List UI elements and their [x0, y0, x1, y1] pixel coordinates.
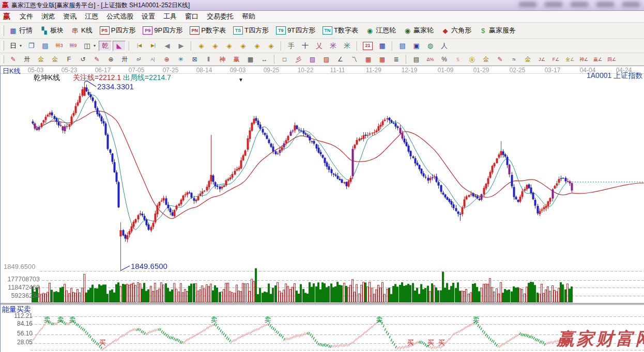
kline-button[interactable]: 串K线 — [69, 25, 95, 36]
angle-shen-button[interactable]: 神∠ — [577, 54, 590, 65]
menu-item-formula-stock-pick[interactable]: 公式选股 — [102, 11, 137, 22]
percent-button[interactable]: % — [438, 54, 451, 65]
gold-level-button[interactable]: 金 — [480, 54, 493, 65]
bars-9-button[interactable]: 卌9 — [67, 41, 80, 51]
angle-gold-button[interactable]: 金∠ — [563, 54, 576, 65]
gold-circle-button[interactable]: ㊎ — [466, 54, 479, 65]
first-page-button[interactable]: |◀ — [133, 41, 146, 51]
diamond-grid-button[interactable]: ◈ — [265, 41, 278, 51]
parallel-lines-button[interactable]: ≣ — [390, 54, 403, 65]
web-sync-button[interactable]: ◍ — [424, 41, 437, 51]
text-note-button[interactable]: A| — [146, 54, 159, 65]
menu-item-news[interactable]: 资讯 — [59, 11, 81, 22]
spiral-tool-button[interactable]: ↺ — [76, 54, 89, 65]
hexagon-button[interactable]: ◆六角形 — [439, 25, 473, 36]
erase-line-button[interactable]: 乂 — [313, 41, 326, 51]
zoom-window-button[interactable]: ❐ — [25, 41, 38, 51]
diamond-star-button[interactable]: ◈ — [251, 41, 264, 51]
ying-grid-button[interactable]: 赢 — [230, 54, 243, 65]
diamond-cross-button[interactable]: ◈ — [237, 41, 250, 51]
shade-box-button[interactable]: ▧ — [320, 54, 333, 65]
menu-item-file[interactable]: 文件 — [16, 11, 37, 22]
user-login-button[interactable]: 人 — [438, 41, 451, 51]
grid-123-button[interactable]: ▦ — [244, 54, 257, 65]
target-circle-button[interactable]: ⊕ — [160, 54, 173, 65]
toolbar-grip[interactable] — [2, 41, 4, 51]
winner-wheel-button[interactable]: ◉赢家轮 — [401, 25, 436, 36]
insight-teal-button[interactable]: 米 — [341, 41, 354, 51]
report-view-button[interactable]: ▤ — [396, 41, 409, 51]
mark-pen-button[interactable]: ✎ — [90, 54, 103, 65]
time-grid-button[interactable]: ▦ — [376, 54, 389, 65]
stat-table-button[interactable]: ▤ — [410, 54, 423, 65]
n-square-button[interactable]: n² — [132, 54, 145, 65]
save-data-button[interactable]: ▣ — [410, 41, 423, 51]
toolbar-grip[interactable] — [2, 25, 4, 36]
menu-item-trade-entrust[interactable]: 交易委托 — [203, 11, 238, 22]
p-table-button[interactable]: PNP数字表 — [188, 25, 228, 36]
info-panel-button[interactable]: ▤ — [39, 41, 52, 51]
price-grid-button[interactable]: ▦ — [362, 54, 375, 65]
percent-retrace-button[interactable]: ﹪ — [452, 54, 465, 65]
bars-3-button[interactable]: 卌3 — [53, 41, 66, 51]
gann-line-button[interactable]: 卅 — [21, 54, 34, 65]
crosshair-tool-button[interactable]: 十 — [299, 41, 312, 51]
ray-fan-button[interactable]: 彡 — [292, 54, 305, 65]
gann-web-button[interactable]: ✳ — [174, 54, 187, 65]
gold-ratio-line-button[interactable]: 金 — [35, 54, 48, 65]
diamond-right-button[interactable]: ◈ — [209, 41, 222, 51]
window-controls-blur[interactable] — [519, 2, 640, 7]
gann-circle-button[interactable]: ⊕ — [104, 54, 117, 65]
menu-item-settings[interactable]: 设置 — [137, 11, 159, 22]
percent-triangle-button[interactable]: ∆% — [424, 54, 437, 65]
zigzag-tool-button[interactable]: 〽 — [348, 54, 361, 65]
winner-service-button[interactable]: $赢家服务 — [477, 25, 518, 36]
angle-line-button[interactable]: ∠ — [334, 54, 347, 65]
fan-grid-button[interactable]: ▨ — [306, 54, 319, 65]
menu-item-tools[interactable]: 工具 — [159, 11, 181, 22]
calculator-button[interactable]: ▦ — [376, 41, 389, 51]
menu-item-window[interactable]: 窗口 — [181, 11, 203, 22]
diamond-left-button[interactable]: ◈ — [195, 41, 208, 51]
menu-item-gann[interactable]: 江恩 — [81, 11, 102, 22]
insight-purple-button[interactable]: 米 — [327, 41, 340, 51]
gold-ratio-ext-button[interactable]: 金 — [49, 54, 62, 65]
width-measure-button[interactable]: ↔ — [258, 54, 271, 65]
gold-wave-button[interactable]: 金 — [522, 54, 534, 65]
angle-ying-button[interactable]: 赢∠ — [591, 54, 604, 65]
9p-square-button[interactable]: P99P四方形 — [141, 25, 185, 36]
shen-grid-button[interactable]: 神 — [216, 54, 229, 65]
pen-tool-button[interactable]: ✎ — [7, 54, 20, 65]
diamond-split-button[interactable]: ◈ — [223, 41, 236, 51]
angle-j-button[interactable]: J∠ — [535, 54, 548, 65]
color-volume-button[interactable]: ◣ — [113, 41, 126, 51]
gann-wheel-button[interactable]: ◉江恩轮 — [363, 25, 398, 36]
angle-f-button[interactable]: F∠ — [549, 54, 562, 65]
candle-style-dropdown-button[interactable]: ◫▾ — [81, 41, 98, 51]
last-page-button[interactable]: ▶| — [147, 41, 160, 51]
prev-bar-button[interactable]: ◀ — [161, 41, 174, 51]
gann-web-box-button[interactable]: ⊠ — [188, 54, 201, 65]
wave-tool-button[interactable]: ≈ — [508, 54, 520, 65]
qiankun-kline-button[interactable]: 乾 — [99, 41, 112, 51]
box-select-button[interactable]: □ — [278, 54, 291, 65]
sectors-button[interactable]: ▚板块 — [38, 25, 66, 36]
calendar-21-button[interactable]: 21 — [361, 41, 375, 51]
next-bar-button[interactable]: ▶ — [175, 41, 188, 51]
hand-tool-button[interactable]: 手 — [285, 41, 298, 51]
time-line-button[interactable]: 卅 — [118, 54, 131, 65]
menu-item-browse[interactable]: 浏览 — [37, 11, 59, 22]
flag-pen-button[interactable]: ✎ — [494, 54, 507, 65]
t-table-button[interactable]: TNT数字表 — [320, 25, 360, 36]
p-square-button[interactable]: PSP四方形 — [98, 25, 138, 36]
period-day-dropdown-button[interactable]: 日▾ — [7, 41, 24, 51]
time-pair-button[interactable]: ‖ — [202, 54, 215, 65]
toolbar-grip[interactable] — [2, 55, 4, 64]
t-square-button[interactable]: TST四方形 — [231, 25, 271, 36]
menu-item-help[interactable]: 帮助 — [238, 11, 259, 22]
fibo-line-button[interactable]: F — [63, 54, 75, 65]
quotes-button[interactable]: ▦行情 — [7, 25, 35, 36]
9t-square-button[interactable]: T99T四方形 — [274, 25, 317, 36]
kline-chart-canvas[interactable] — [1, 66, 644, 352]
angle-four-button[interactable]: 四∠ — [605, 54, 618, 65]
